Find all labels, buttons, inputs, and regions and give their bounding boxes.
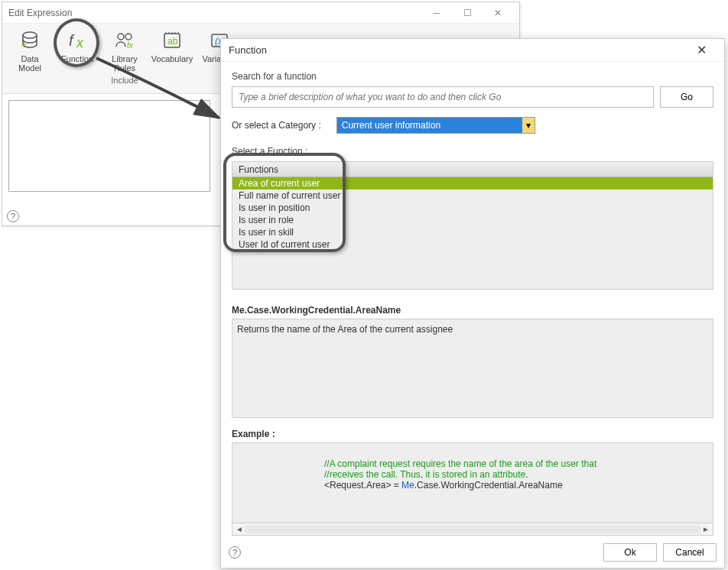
database-icon: + — [18, 28, 42, 53]
category-dropdown[interactable]: Current user information ▾ — [336, 117, 535, 134]
svg-point-5 — [125, 34, 132, 40]
help-icon[interactable]: ? — [7, 210, 19, 222]
function-item[interactable]: Is user in role — [232, 214, 713, 226]
code-keyword: Me — [401, 480, 414, 491]
ribbon-item-library-rules[interactable]: fx Library Rules — [105, 27, 145, 73]
category-label: Or select a Category : — [232, 120, 321, 131]
list-spacer — [232, 251, 713, 289]
vocabulary-icon: ab — [160, 28, 184, 53]
expression-editor[interactable] — [8, 100, 210, 192]
close-button[interactable]: ✕ — [483, 2, 513, 24]
maximize-button[interactable]: ☐ — [452, 2, 483, 24]
svg-text:ab: ab — [167, 36, 178, 47]
code-comment: //receives the call. Thus, it is stored … — [324, 469, 699, 480]
ribbon-item-data-model[interactable]: + Data Model — [10, 27, 50, 73]
people-icon: fx — [112, 28, 137, 53]
ribbon-label: Vocabulary — [151, 54, 193, 63]
function-title-bar: Function ✕ — [221, 39, 724, 62]
svg-point-4 — [118, 34, 124, 40]
code-text: <Request.Area> = — [324, 480, 401, 491]
scroll-left-icon[interactable]: ◄ — [234, 525, 245, 533]
ok-button[interactable]: Ok — [603, 543, 657, 562]
code-line: <Request.Area> = Me.Case.WorkingCredenti… — [324, 480, 699, 491]
fx-icon: fx — [65, 28, 89, 53]
chevron-down-icon: ▾ — [522, 118, 535, 133]
code-text: .Case.WorkingCredential.AreaName — [414, 480, 563, 491]
scroll-right-icon[interactable]: ► — [700, 525, 711, 533]
function-item[interactable]: Is user in position — [232, 202, 713, 214]
function-description: Returns the name of the Area of the curr… — [232, 319, 713, 418]
go-button[interactable]: Go — [660, 86, 713, 108]
minimize-button[interactable]: ─ — [421, 2, 452, 24]
svg-text:f: f — [69, 32, 75, 49]
function-item[interactable]: Area of current user — [232, 177, 713, 189]
code-area: //A complaint request requires the name … — [232, 443, 713, 523]
svg-text:+: + — [21, 40, 27, 50]
code-comment: //A complaint request requires the name … — [324, 458, 699, 469]
scroll-track[interactable] — [245, 526, 700, 533]
function-item[interactable]: User Id of current user — [232, 238, 713, 251]
edit-window-title: Edit Expression — [8, 2, 72, 24]
help-icon[interactable]: ? — [229, 546, 241, 559]
search-input[interactable] — [232, 86, 654, 108]
category-value: Current user information — [342, 120, 440, 131]
ribbon-item-function[interactable]: fx Function — [57, 27, 97, 73]
function-window: Function ✕ Search for a function Go Or s… — [220, 38, 725, 568]
function-item[interactable]: Full name of current user — [232, 189, 713, 202]
ribbon-group-label: Include — [111, 76, 138, 85]
search-label: Search for a function — [232, 71, 713, 82]
ribbon-label: Data Model — [18, 54, 41, 73]
function-list-header: Functions — [232, 162, 713, 177]
ribbon-label: Library Rules — [112, 54, 138, 73]
function-window-title: Function — [229, 44, 267, 56]
function-signature: Me.Case.WorkingCredential.AreaName — [232, 305, 713, 316]
svg-text:x: x — [76, 35, 84, 50]
function-item[interactable]: Is user in skill — [232, 226, 713, 238]
edit-title-bar: Edit Expression ─ ☐ ✕ — [2, 2, 519, 24]
close-button[interactable]: ✕ — [686, 39, 717, 62]
svg-point-0 — [23, 32, 37, 38]
horizontal-scrollbar[interactable]: ◄ ► — [232, 523, 713, 535]
function-list: Functions Area of current user Full name… — [232, 161, 713, 290]
svg-text:fx: fx — [127, 41, 134, 50]
ribbon-item-vocabulary[interactable]: ab Vocabulary — [152, 27, 192, 73]
select-function-label: Select a Function : — [232, 146, 713, 157]
example-box: //A complaint request requires the name … — [232, 442, 713, 536]
example-label: Example : — [232, 429, 713, 439]
cancel-button[interactable]: Cancel — [663, 543, 717, 562]
ribbon-label: Function — [61, 54, 93, 63]
